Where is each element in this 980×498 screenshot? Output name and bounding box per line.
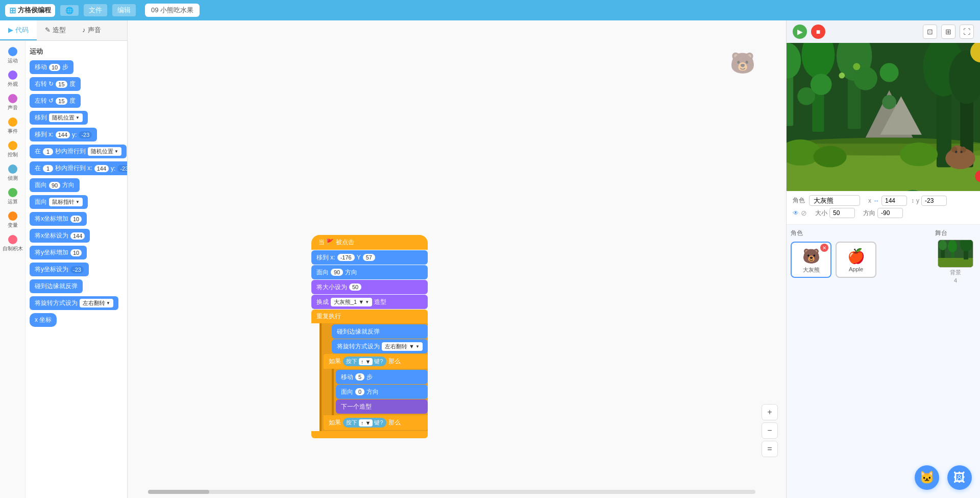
block-face-cursor[interactable]: 面向 鼠标指针: [30, 195, 88, 209]
cat-motion[interactable]: 运动: [0, 45, 25, 66]
block-glide-xy[interactable]: 在 1 秒内滑行到 x: 144 y: -23: [30, 161, 127, 175]
svg-point-22: [854, 66, 877, 90]
script-forever[interactable]: 重复执行: [311, 310, 428, 323]
block-add-y[interactable]: 将y坐标增加 10: [30, 246, 87, 259]
sprite-list-label: 角色: [791, 229, 931, 238]
svg-point-40: [939, 240, 947, 250]
sidebar: ▶ 代码 ✎ 造型 ♪ 声音 运动 外观: [0, 20, 128, 498]
blocks-panel: 运动 外观 声音 事件 控制: [0, 41, 127, 498]
sprite-name-input[interactable]: [809, 195, 860, 206]
block-rotation-style[interactable]: 将旋转方式设为 左右翻转: [30, 296, 118, 310]
hide-icon[interactable]: ⊘: [801, 209, 807, 217]
svg-point-36: [882, 95, 896, 109]
block-set-y[interactable]: 将y坐标设为 -23: [30, 263, 89, 276]
tab-costume[interactable]: ✎ 造型: [37, 20, 74, 40]
fullscreen-btn[interactable]: ⛶: [960, 25, 974, 39]
green-flag-btn[interactable]: ▶: [793, 25, 807, 39]
cat-control[interactable]: 控制: [0, 139, 25, 160]
logo[interactable]: ⊞ 方格侯编程: [5, 4, 55, 17]
show-eye-icon[interactable]: 👁: [793, 209, 799, 217]
cat-myblocks[interactable]: 自制积木: [0, 233, 25, 254]
canvas-scrollbar[interactable]: [148, 490, 755, 494]
sprite-delete-bear[interactable]: ✕: [820, 244, 828, 252]
script-forever-end: [311, 431, 428, 438]
block-goto-xy[interactable]: 移到 x: 144 y: -23: [30, 128, 97, 141]
project-title[interactable]: 09 小熊吃水果: [145, 4, 200, 17]
sound-icon: ♪: [82, 26, 86, 34]
svg-point-23: [880, 63, 899, 82]
zoom-out-btn[interactable]: −: [762, 422, 778, 439]
section-title: 运动: [30, 45, 123, 57]
script-move5[interactable]: 移动 5 步: [336, 370, 428, 384]
script-if1[interactable]: 如果 按下 ↑ ▼ 键? 那么: [324, 354, 428, 369]
canvas-bear-icon: 🐻: [730, 51, 755, 75]
tab-sound[interactable]: ♪ 声音: [74, 20, 109, 40]
x-arrow: ↔: [873, 197, 879, 204]
dir-input[interactable]: [877, 208, 903, 218]
script-rotation2[interactable]: 将旋转方式设为 左右翻转 ▼: [332, 339, 428, 353]
svg-point-34: [839, 73, 845, 79]
sprite-card-apple[interactable]: 🍎 Apple: [836, 242, 876, 278]
block-bounce[interactable]: 碰到边缘就反弹: [30, 279, 83, 293]
block-move[interactable]: 移动 10 步: [30, 60, 74, 74]
zoom-reset-btn[interactable]: =: [762, 441, 778, 457]
y-input[interactable]: [921, 196, 947, 206]
sprite-cards: ✕ 🐻 大灰熊 🍎 Apple: [791, 242, 931, 278]
cat-looks[interactable]: 外观: [0, 68, 25, 90]
script-set-size[interactable]: 将大小设为 50: [311, 280, 428, 294]
small-stage-btn[interactable]: ⊡: [923, 25, 937, 39]
stage-mini-label: 舞台: [935, 229, 947, 238]
stage-mini-thumb[interactable]: [938, 240, 973, 268]
edit-btn[interactable]: 编辑: [112, 4, 136, 16]
add-sprite-btn[interactable]: 🐱: [915, 465, 939, 490]
script-next-costume[interactable]: 下一个造型: [336, 399, 428, 414]
y-arrow-icon: ↕: [911, 197, 914, 204]
cat-operators[interactable]: 运算: [0, 186, 25, 207]
stop-btn[interactable]: ■: [811, 25, 825, 39]
size-label: 大小: [815, 209, 827, 218]
block-glide-random[interactable]: 在 1 秒内滑行到 随机位置: [30, 145, 127, 158]
canvas-scrollbar-thumb[interactable]: [148, 490, 209, 494]
script-bounce[interactable]: 碰到边缘就反弹: [332, 324, 428, 339]
categories: 运动 外观 声音 事件 控制: [0, 41, 26, 498]
svg-point-30: [960, 151, 963, 153]
block-set-x[interactable]: 将x坐标设为 144: [30, 229, 90, 243]
stage-bg-label: 背景: [950, 269, 961, 276]
file-btn[interactable]: 文件: [84, 4, 107, 16]
tab-code[interactable]: ▶ 代码: [0, 20, 37, 40]
script-stack: 当 🚩 被点击 移到 x: -176 Y 57 面向 90 方向 将大小设为 5…: [311, 235, 428, 438]
cat-events[interactable]: 事件: [0, 115, 25, 137]
topbar: ⊞ 方格侯编程 🌐 文件 编辑 09 小熊吃水果: [0, 0, 980, 20]
sprite-card-bear[interactable]: ✕ 🐻 大灰熊: [791, 242, 831, 278]
script-switch-costume[interactable]: 换成 大灰熊_1 ▼ 造型: [311, 295, 428, 309]
costume-icon: ✎: [45, 26, 51, 34]
size-input[interactable]: [829, 208, 855, 218]
block-add-x[interactable]: 将x坐标增加 10: [30, 212, 87, 226]
block-turn-left[interactable]: 左转 ↺ 15 度: [30, 94, 81, 108]
script-goto-xy[interactable]: 移到 x: -176 Y 57: [311, 250, 428, 265]
script-face-dir[interactable]: 面向 90 方向: [311, 265, 428, 279]
script-event-block[interactable]: 当 🚩 被点击: [311, 235, 428, 250]
y-label: y: [916, 197, 919, 204]
x-label: x: [868, 197, 871, 204]
large-stage-btn[interactable]: ⊞: [941, 25, 955, 39]
cat-variables[interactable]: 变量: [0, 209, 25, 231]
block-x-coord[interactable]: x 坐标: [30, 313, 57, 327]
tab-sound-label: 声音: [88, 26, 101, 35]
block-turn-right[interactable]: 右转 ↻ 15 度: [30, 77, 81, 91]
cat-sensing[interactable]: 侦测: [0, 162, 25, 184]
svg-point-29: [955, 151, 958, 153]
right-panel: ▶ ■ ⊡ ⊞ ⛶: [786, 20, 980, 498]
canvas-area: 🐻 当 🚩 被点击 移到 x: -176 Y 57 面向 90 方向 将大小设为…: [128, 20, 786, 498]
script-face0[interactable]: 面向 0 方向: [336, 385, 428, 399]
zoom-in-btn[interactable]: +: [762, 404, 778, 420]
add-stage-btn[interactable]: 🖼: [947, 465, 972, 490]
stage-bg-num: 4: [954, 277, 957, 283]
block-face-dir[interactable]: 面向 90 方向: [30, 178, 80, 192]
globe-btn[interactable]: 🌐: [60, 5, 79, 16]
sprites-section: 角色 ✕ 🐻 大灰熊 🍎 Apple 舞台: [787, 225, 980, 498]
script-if2[interactable]: 如果 按下 ↑ ▼ 键? 那么: [324, 415, 428, 430]
block-goto-random[interactable]: 移到 随机位置: [30, 111, 88, 125]
x-input[interactable]: [881, 196, 907, 206]
cat-sound[interactable]: 声音: [0, 92, 25, 113]
